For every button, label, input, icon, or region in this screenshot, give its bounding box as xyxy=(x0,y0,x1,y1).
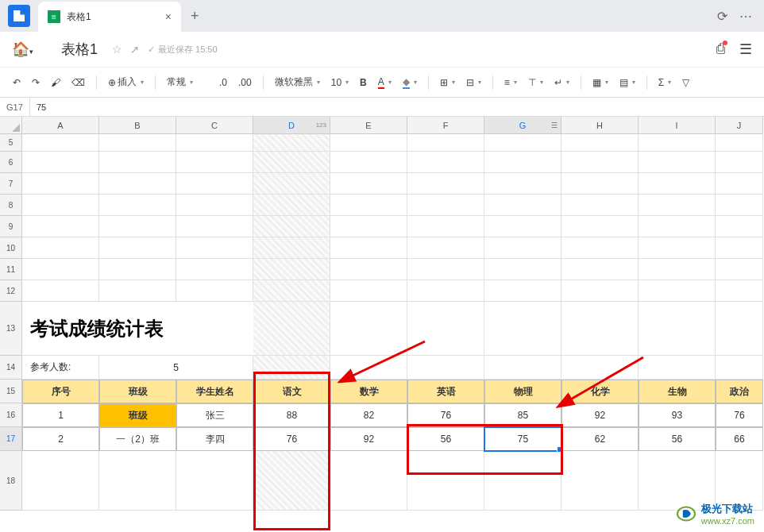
star-icon[interactable]: ☆ xyxy=(112,43,122,56)
header-cell[interactable]: 数学 xyxy=(330,380,407,403)
cell[interactable]: 2 xyxy=(22,427,99,451)
cell[interactable]: 56 xyxy=(639,427,716,451)
bold-button[interactable]: B xyxy=(357,75,370,91)
col-header-c[interactable]: C xyxy=(176,117,253,134)
header-cell[interactable]: 序号 xyxy=(22,380,99,403)
font-dropdown[interactable]: 微软雅黑 xyxy=(272,73,323,91)
doc-title[interactable]: 表格1 xyxy=(61,40,98,59)
row-header[interactable]: 8 xyxy=(0,195,22,216)
row-header[interactable]: 7 xyxy=(0,173,22,195)
header-cell[interactable]: 英语 xyxy=(407,380,484,403)
col-header-g[interactable]: G☰ xyxy=(484,117,561,134)
header-cell[interactable]: 政治 xyxy=(716,380,763,403)
border-button[interactable]: ⊞ xyxy=(437,75,458,91)
col-header-h[interactable]: H xyxy=(561,117,639,134)
cell[interactable]: 93 xyxy=(639,403,716,427)
sum-button[interactable]: Σ xyxy=(655,75,674,91)
col-header-a[interactable]: A xyxy=(22,117,99,134)
cell[interactable] xyxy=(22,134,99,152)
cell[interactable]: 92 xyxy=(561,403,639,427)
doc-tab[interactable]: 表格1 × xyxy=(38,2,181,32)
header-cell[interactable]: 语文 xyxy=(253,380,330,403)
sheet-icon xyxy=(48,10,60,23)
cell[interactable]: 一（2）班 xyxy=(99,427,176,451)
close-icon[interactable]: × xyxy=(165,10,172,23)
filter-indicator: ☰ xyxy=(551,121,558,129)
font-color-button[interactable]: A xyxy=(375,74,395,91)
clear-format-button[interactable]: ⌫ xyxy=(68,75,88,91)
cell[interactable]: 88 xyxy=(253,403,330,427)
move-icon[interactable]: ➚ xyxy=(130,43,140,56)
cell[interactable]: 85 xyxy=(484,403,561,427)
cell[interactable]: 62 xyxy=(561,427,639,451)
col-header-d[interactable]: D123 xyxy=(253,117,330,134)
valign-button[interactable]: ⊤ xyxy=(525,75,546,91)
add-tab-button[interactable]: + xyxy=(181,8,209,25)
wrap-button[interactable]: ↵ xyxy=(551,75,573,91)
row-header[interactable]: 18 xyxy=(0,451,22,511)
exam-count-label[interactable]: 参考人数: xyxy=(22,356,99,380)
row-header[interactable]: 5 xyxy=(0,134,22,152)
cell[interactable]: 82 xyxy=(330,403,407,427)
cell[interactable]: 56 xyxy=(407,427,484,451)
row-header[interactable]: 11 xyxy=(0,259,22,280)
col-header-b[interactable]: B xyxy=(99,117,176,134)
minimize-icon[interactable]: ⋯ xyxy=(739,9,752,24)
decimal-inc-button[interactable]: .00 xyxy=(235,75,255,91)
row-header[interactable]: 6 xyxy=(0,152,22,173)
cell[interactable]: 班级 xyxy=(99,403,176,427)
title-cell[interactable]: 考试成绩统计表 xyxy=(22,302,253,356)
col-header-e[interactable]: E xyxy=(330,117,407,134)
refresh-icon[interactable]: ⟳ xyxy=(717,9,727,24)
filter-button[interactable]: ▽ xyxy=(679,75,693,91)
row-header[interactable]: 14 xyxy=(0,356,22,380)
paint-button[interactable]: 🖌 xyxy=(48,75,64,91)
cond-format-button[interactable]: ▤ xyxy=(616,75,639,91)
cell-reference[interactable]: G17 xyxy=(0,98,30,116)
merge-button[interactable]: ⊟ xyxy=(463,75,484,91)
row-header[interactable]: 15 xyxy=(0,380,22,403)
watermark-url: www.xz7.com xyxy=(701,516,754,526)
insert-dropdown[interactable]: ⊕ 插入 xyxy=(105,73,147,91)
select-all-corner[interactable] xyxy=(0,117,22,134)
exam-count-value[interactable]: 5 xyxy=(99,356,253,380)
col-header-f[interactable]: F xyxy=(407,117,484,134)
header-cell[interactable]: 学生姓名 xyxy=(176,380,253,403)
check-icon: ✓ xyxy=(148,44,155,55)
col-header-i[interactable]: I xyxy=(639,117,716,134)
align-button[interactable]: ≡ xyxy=(501,75,520,91)
home-icon[interactable]: 🏠▾ xyxy=(12,40,33,58)
row-header[interactable]: 13 xyxy=(0,302,22,356)
share-icon[interactable]: ⎙ xyxy=(716,40,725,58)
freeze-button[interactable]: ▦ xyxy=(589,75,612,91)
header-cell[interactable]: 化学 xyxy=(561,380,639,403)
cell[interactable]: 76 xyxy=(716,403,763,427)
header-cell[interactable]: 生物 xyxy=(639,380,716,403)
cell[interactable]: 李四 xyxy=(176,427,253,451)
fill-color-button[interactable]: ◆ xyxy=(399,74,420,91)
menu-icon[interactable]: ☰ xyxy=(739,40,752,58)
undo-button[interactable]: ↶ xyxy=(10,75,24,91)
cell[interactable]: 76 xyxy=(407,403,484,427)
header-cell[interactable]: 物理 xyxy=(484,380,561,403)
header-cell[interactable]: 班级 xyxy=(99,380,176,403)
selected-cell[interactable]: 75 xyxy=(484,427,561,451)
formula-value[interactable]: 75 xyxy=(30,102,46,112)
row-header[interactable]: 10 xyxy=(0,237,22,259)
app-logo[interactable] xyxy=(8,5,30,27)
formula-bar: G17 75 xyxy=(0,98,764,117)
cell[interactable]: 92 xyxy=(330,427,407,451)
format-dropdown[interactable]: 常规 xyxy=(164,73,211,91)
redo-button[interactable]: ↷ xyxy=(29,75,43,91)
cell[interactable]: 张三 xyxy=(176,403,253,427)
decimal-dec-button[interactable]: .0 xyxy=(216,75,230,91)
font-size-dropdown[interactable]: 10 xyxy=(328,75,352,91)
col-header-j[interactable]: J xyxy=(716,117,763,134)
cell[interactable]: 76 xyxy=(253,427,330,451)
cell[interactable]: 66 xyxy=(716,427,763,451)
row-header[interactable]: 12 xyxy=(0,280,22,302)
row-header[interactable]: 16 xyxy=(0,403,22,427)
row-header[interactable]: 9 xyxy=(0,216,22,237)
row-header[interactable]: 17 xyxy=(0,427,22,451)
cell[interactable]: 1 xyxy=(22,403,99,427)
